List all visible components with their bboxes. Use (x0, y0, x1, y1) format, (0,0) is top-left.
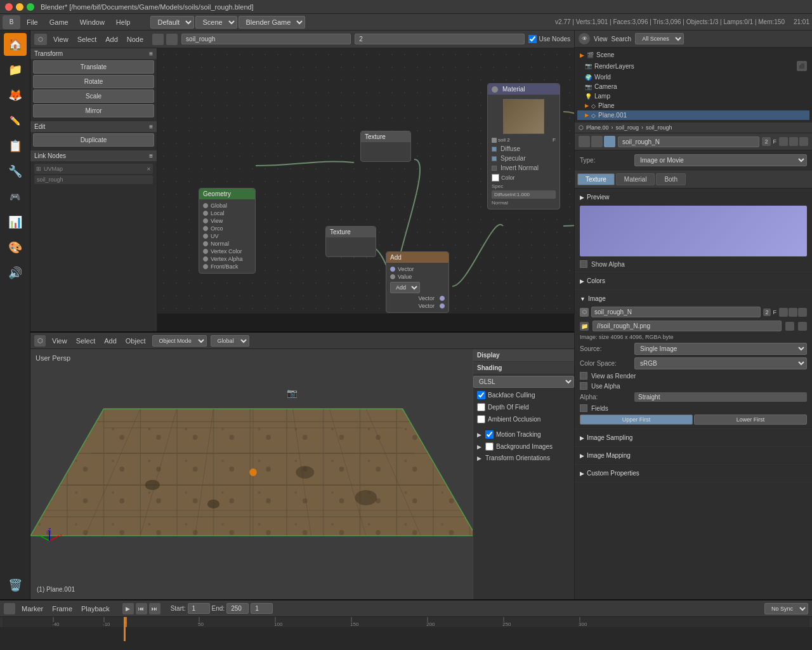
translate-button[interactable]: Translate (33, 60, 154, 74)
dock-stats[interactable]: 📊 (4, 211, 27, 234)
filepath-input[interactable] (593, 321, 782, 331)
end-input[interactable] (226, 603, 249, 614)
object-mode-select[interactable]: Object Mode (152, 335, 207, 347)
dock-game[interactable]: 🎮 (4, 185, 27, 208)
fields-row[interactable]: Fields (580, 403, 807, 413)
node-canvas[interactable]: Geometry Global Local View Orco UV Norma… (157, 48, 574, 314)
add-mode-select[interactable]: Add (390, 282, 420, 293)
dock-sound[interactable]: 🔊 (4, 262, 27, 284)
lamp-item[interactable]: 💡 Lamp (577, 91, 809, 101)
tl-view[interactable]: Marker (19, 604, 46, 614)
start-input[interactable] (188, 603, 210, 614)
dock-editor[interactable]: ✏️ (4, 109, 27, 132)
dock-home[interactable]: 🏠 (4, 33, 27, 56)
colors-header[interactable]: ▶ Colors (580, 275, 807, 287)
type-select[interactable]: Image or Movie (634, 154, 807, 166)
tl-icon[interactable] (4, 603, 15, 614)
rotate-button[interactable]: Rotate (33, 75, 154, 88)
vp-object[interactable]: Object (123, 336, 148, 346)
dock-palette[interactable]: 🎨 (4, 236, 27, 259)
ne-icon1[interactable] (152, 34, 164, 45)
motion-tracking-row[interactable]: ▶ Motion Tracking (473, 428, 574, 441)
image-header[interactable]: ▼ Image (580, 293, 807, 305)
bg-images-checkbox[interactable] (485, 442, 494, 451)
use-alpha-row[interactable]: Use Alpha (580, 381, 807, 391)
show-alpha-row[interactable]: Show Alpha (580, 259, 807, 269)
dock-clipboard[interactable]: 📋 (4, 135, 27, 157)
tex-icon1[interactable] (579, 136, 590, 147)
dof-checkbox[interactable] (477, 403, 485, 411)
plane001-item[interactable]: ▶ ◇ Plane.001 (577, 110, 809, 120)
tex-icon4[interactable] (779, 137, 788, 146)
preview-header[interactable]: ▶ Preview (580, 191, 807, 203)
ne-node[interactable]: Node (124, 34, 146, 44)
duplicate-button[interactable]: Duplicate (33, 133, 154, 147)
vp-icon[interactable]: ⬡ (34, 335, 46, 347)
material-tab[interactable]: Material (616, 173, 655, 185)
ao-checkbox[interactable] (477, 415, 485, 423)
folder-icon[interactable]: 📁 (580, 322, 589, 331)
ua-cb[interactable] (580, 382, 587, 390)
ne-view[interactable]: View (51, 34, 71, 44)
nosync-btn[interactable]: No Sync (764, 603, 808, 614)
close-button[interactable] (5, 3, 13, 11)
tl-play-btn[interactable]: ▶ (122, 603, 134, 614)
ne-frame-input[interactable] (355, 34, 524, 44)
ne-icon2[interactable] (166, 34, 178, 45)
menu-file[interactable]: File (22, 17, 43, 27)
tex-icon3[interactable] (604, 136, 615, 147)
geometry-node[interactable]: Geometry Global Local View Orco UV Norma… (199, 188, 256, 274)
dock-files[interactable]: 📁 (4, 58, 27, 81)
tex-icon2[interactable] (591, 136, 603, 147)
texture-tab[interactable]: Texture (577, 173, 615, 185)
upper-first-btn[interactable]: Upper First (580, 415, 693, 425)
scenes-select[interactable]: All Scenes (635, 33, 684, 44)
ne-add[interactable]: Add (103, 34, 121, 44)
image-mapping-header[interactable]: ▶ Image Mapping (580, 449, 807, 461)
background-images-row[interactable]: ▶ Background Images (473, 441, 574, 453)
sync-select[interactable]: No Sync (764, 603, 808, 614)
tl-end-btn[interactable]: ⏭ (149, 603, 160, 614)
tl-marker[interactable]: Frame (49, 604, 75, 614)
plane-item[interactable]: ▶ ◇ Plane (577, 101, 809, 110)
backface-checkbox[interactable] (477, 391, 485, 399)
minimize-button[interactable] (16, 3, 23, 11)
tl-start-btn[interactable]: ⏮ (136, 603, 147, 614)
frame-input[interactable] (251, 603, 273, 614)
scene-root[interactable]: ▶ 🎬 Scene (577, 50, 809, 60)
menu-window[interactable]: Window (75, 17, 110, 27)
engine-selector[interactable]: Blender Game (239, 16, 305, 29)
rp-view-icon[interactable]: 👁 (579, 33, 590, 44)
transform-orientations-row[interactable]: ▶ Transform Orientations (473, 453, 574, 463)
blender-icon[interactable]: B (3, 15, 20, 29)
image-sampling-header[interactable]: ▶ Image Sampling (580, 432, 807, 444)
lower-first-btn[interactable]: Lower First (694, 415, 807, 425)
texture-name-input[interactable] (618, 136, 759, 147)
tex-icon5[interactable] (789, 137, 798, 146)
motion-tracking-checkbox[interactable] (485, 430, 494, 439)
image-name-input[interactable] (591, 307, 761, 317)
backface-culling-row[interactable]: Backface Culling (473, 389, 574, 401)
view-as-render-row[interactable]: View as Render (580, 371, 807, 381)
img-btn3[interactable] (798, 308, 807, 317)
show-alpha-cb[interactable] (580, 260, 587, 268)
menu-game[interactable]: Game (44, 17, 74, 27)
texture-node-2[interactable]: Texture (325, 226, 376, 257)
maximize-button[interactable] (27, 3, 34, 11)
vp-view[interactable]: View (49, 336, 70, 346)
ne-select[interactable]: Select (75, 34, 100, 44)
fp-btn2[interactable] (798, 322, 807, 331)
vp-select[interactable]: Select (74, 336, 98, 346)
material-node[interactable]: Material soil 2 F Diffuse Specular (487, 83, 560, 209)
dock-trash[interactable]: 🗑️ (4, 574, 27, 597)
tl-playback[interactable]: Playback (79, 604, 112, 614)
fp-btn1[interactable] (785, 322, 794, 331)
global-select[interactable]: Global (211, 335, 249, 347)
depth-of-field-row[interactable]: Depth Of Field (473, 401, 574, 413)
img-btn1[interactable] (779, 308, 788, 317)
alpha-value[interactable]: Straight (634, 392, 807, 402)
add-node[interactable]: Add Vector Value Add Vector Vector (386, 251, 449, 313)
source-select[interactable]: Single Image (634, 343, 807, 355)
use-nodes-checkbox[interactable] (528, 35, 537, 43)
both-tab[interactable]: Both (656, 173, 686, 185)
